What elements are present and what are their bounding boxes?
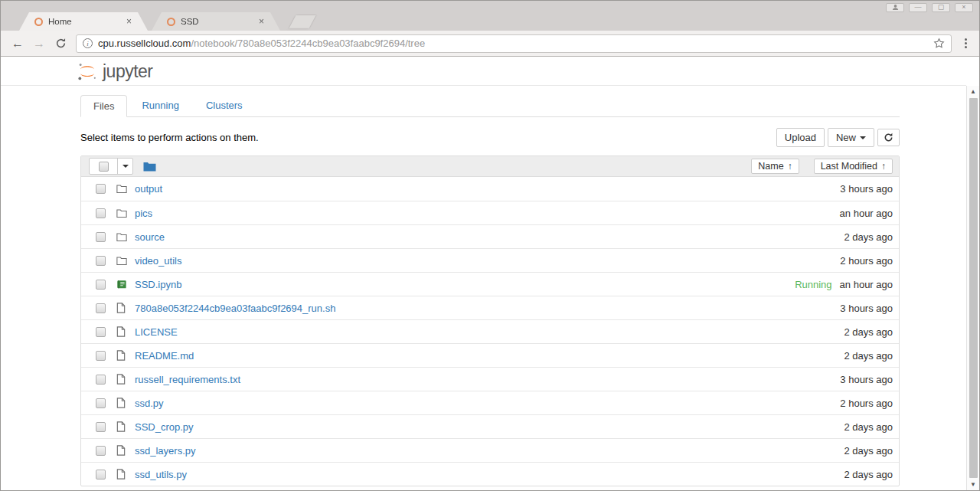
jupyter-favicon-icon [34, 18, 43, 26]
row-checkbox[interactable] [96, 256, 106, 266]
table-row: ssd_layers.py2 days ago [81, 438, 899, 462]
file-rows: output3 hours agopicsan hour agosource2 … [81, 177, 899, 486]
row-checkbox[interactable] [96, 208, 106, 218]
table-row: source2 days ago [81, 224, 899, 248]
table-row: output3 hours ago [81, 177, 899, 201]
minimize-button[interactable]: — [909, 3, 927, 12]
file-link[interactable]: russell_requirements.txt [135, 374, 240, 385]
file-link[interactable]: pics [135, 208, 152, 219]
table-row: russell_requirements.txt3 hours ago [81, 367, 899, 391]
table-row: ssd_utils.py2 days ago [81, 462, 899, 486]
running-status: Running [795, 279, 831, 290]
file-icon [116, 326, 127, 337]
table-row: SSD.ipynbRunningan hour ago [81, 272, 899, 296]
bookmark-star-icon[interactable] [933, 38, 945, 49]
tab-label: Home [48, 17, 126, 26]
file-icon [116, 303, 127, 313]
file-link[interactable]: source [135, 231, 165, 243]
file-link[interactable]: ssd_utils.py [135, 469, 187, 480]
file-list: Name↑ Last Modified↑ output3 hours agopi… [80, 155, 900, 486]
file-icon [116, 469, 127, 480]
sort-modified-label: Last Modified [821, 161, 877, 172]
new-tab-button[interactable] [289, 15, 315, 28]
new-dropdown-button[interactable]: New [828, 128, 874, 147]
url-domain: cpu.russellcloud.com [98, 38, 191, 49]
select-filter-dropdown[interactable] [117, 159, 132, 174]
table-row: picsan hour ago [81, 201, 899, 224]
reload-icon[interactable] [51, 34, 70, 53]
row-checkbox[interactable] [96, 351, 106, 361]
file-icon [116, 374, 127, 385]
select-hint-text: Select items to perform actions on them. [80, 132, 776, 143]
last-modified: an hour ago [840, 279, 893, 290]
table-row: video_utils2 hours ago [81, 248, 899, 272]
back-icon[interactable]: ← [8, 34, 27, 53]
file-link[interactable]: SSD.ipynb [135, 279, 181, 290]
sort-modified-button[interactable]: Last Modified↑ [814, 159, 893, 174]
tab-running[interactable]: Running [129, 95, 191, 116]
page-info-icon[interactable]: i [83, 38, 93, 48]
table-row: SSD_crop.py2 days ago [81, 414, 899, 438]
row-checkbox[interactable] [96, 232, 106, 242]
select-all-checkbox[interactable] [90, 159, 117, 174]
table-row: ssd.py2 hours ago [81, 391, 899, 414]
row-checkbox[interactable] [96, 375, 106, 385]
chevron-down-icon [860, 136, 866, 139]
last-modified: 2 hours ago [840, 398, 893, 409]
row-checkbox[interactable] [96, 446, 106, 456]
forward-icon[interactable]: → [30, 34, 48, 53]
file-link[interactable]: 780a8e053f2244cb9ea03faabc9f2694_run.sh [135, 303, 335, 314]
refresh-button[interactable] [877, 129, 900, 146]
row-checkbox[interactable] [96, 327, 106, 337]
upload-button[interactable]: Upload [776, 128, 825, 147]
row-checkbox[interactable] [96, 303, 106, 313]
row-checkbox[interactable] [96, 280, 106, 290]
scroll-down-icon[interactable]: ▼ [967, 479, 979, 490]
jupyter-nav-tabs: Files Running Clusters [80, 95, 900, 117]
browser-window: — ▢ × Home × SSD × ← → i cpu.russellclou… [0, 0, 980, 491]
tab-close-icon[interactable]: × [258, 17, 265, 26]
table-row: README.md2 days ago [81, 343, 899, 367]
profile-icon[interactable] [886, 3, 904, 12]
row-checkbox[interactable] [96, 184, 106, 194]
file-link[interactable]: LICENSE [135, 326, 178, 338]
tab-close-icon[interactable]: × [126, 17, 132, 26]
address-bar[interactable]: i cpu.russellcloud.com/notebook/780a8e05… [76, 34, 952, 53]
tab-files[interactable]: Files [80, 95, 127, 117]
maximize-button[interactable]: ▢ [932, 3, 950, 12]
close-button[interactable]: × [955, 3, 973, 12]
breadcrumb-root-folder-icon[interactable] [143, 161, 156, 172]
page-scrollbar[interactable]: ▲ ▼ [966, 86, 979, 490]
last-modified: 2 days ago [844, 469, 893, 480]
sort-asc-icon: ↑ [881, 161, 886, 172]
jupyter-logo[interactable]: jupyter [77, 61, 153, 82]
last-modified: an hour ago [840, 208, 893, 219]
row-checkbox[interactable] [96, 398, 106, 408]
last-modified: 2 hours ago [840, 255, 893, 267]
row-checkbox[interactable] [96, 422, 106, 432]
browser-tab-home[interactable]: Home × [19, 12, 148, 31]
sort-name-button[interactable]: Name↑ [751, 159, 799, 174]
chrome-menu-icon[interactable] [959, 38, 972, 48]
file-link[interactable]: output [135, 183, 162, 195]
tab-clusters[interactable]: Clusters [194, 95, 255, 116]
file-link[interactable]: ssd_layers.py [135, 445, 195, 457]
file-icon [116, 398, 127, 408]
url-text[interactable]: cpu.russellcloud.com/notebook/780a8e053f… [98, 38, 929, 49]
sort-name-label: Name [758, 161, 783, 172]
new-button-label: New [836, 132, 856, 143]
browser-tab-ssd[interactable]: SSD × [152, 12, 280, 31]
file-link[interactable]: video_utils [135, 255, 181, 267]
last-modified: 3 hours ago [840, 303, 893, 314]
last-modified: 2 days ago [844, 350, 893, 362]
jupyter-page: ▲ ▼ jupyter Files Running Clusters [1, 57, 979, 490]
browser-toolbar: ← → i cpu.russellcloud.com/notebook/780a… [1, 31, 979, 57]
file-icon [116, 350, 127, 361]
file-icon [116, 421, 127, 432]
scroll-up-icon[interactable]: ▲ [967, 86, 979, 97]
file-link[interactable]: README.md [135, 350, 194, 362]
file-link[interactable]: ssd.py [135, 398, 164, 409]
row-checkbox[interactable] [96, 470, 106, 480]
scrollbar-thumb[interactable] [969, 98, 978, 478]
file-link[interactable]: SSD_crop.py [135, 421, 194, 433]
